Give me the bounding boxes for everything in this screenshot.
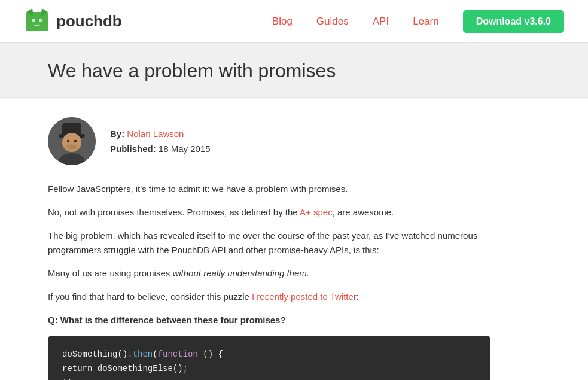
svg-rect-2 [26,12,48,31]
author-avatar [48,117,96,165]
author-published-line: Published: 18 May 2015 [110,141,211,157]
svg-point-12 [67,140,69,142]
a-plus-spec-link[interactable]: A+ spec [300,207,333,217]
logo-link[interactable]: pouchdb [24,8,122,35]
code-paren-open: () [117,349,127,359]
code-fn-1: doSomething [62,349,117,359]
article-para-2: No, not with promises themselves. Promis… [48,205,490,220]
author-name-link[interactable]: Nolan Lawson [127,129,184,139]
logo-wordmark: pouchdb [56,12,122,31]
main-nav: Blog Guides API Learn Download v3.6.0 [272,10,564,33]
para2-end: , are awesome. [333,207,394,217]
pouchdb-logo-icon [24,8,50,35]
svg-point-14 [66,144,78,150]
code-block: doSomething().then(function () { return … [48,336,490,380]
para4-start: Many of us are using promises [48,268,172,278]
title-band: We have a problem with promises [0,43,588,99]
article-para-4: Many of us are using promises without re… [48,266,490,281]
author-info: By: Nolan Lawson Published: 18 May 2015 [110,126,211,157]
code-line-1: doSomething().then(function () { [62,348,476,362]
article-para-6: Q: What is the difference between these … [48,313,490,328]
published-date: 18 May 2015 [159,144,211,154]
svg-point-5 [32,19,35,22]
site-header: pouchdb Blog Guides API Learn Download v… [0,0,588,43]
author-section: By: Nolan Lawson Published: 18 May 2015 [48,117,490,165]
code-keyword-function: function [158,349,198,359]
nav-guides[interactable]: Guides [316,16,349,28]
article-para-5: If you find that hard to believe, consid… [48,290,490,305]
article-para-3: The big problem, which has revealed itse… [48,229,490,259]
download-button[interactable]: Download v3.6.0 [463,10,564,33]
twitter-link[interactable]: I recently posted to Twitter [252,291,357,302]
code-paren-2: ( [153,349,157,359]
article-para-1: Fellow JavaScripters, it's time to admit… [48,182,490,197]
nav-api[interactable]: API [373,16,389,28]
code-line-2: return doSomethingElse(); [62,362,476,376]
para4-em: without really understanding them. [172,268,309,278]
page-title: We have a problem with promises [48,60,540,82]
para5-start: If you find that hard to believe, consid… [48,291,252,302]
code-return-line: return doSomethingElse(); [62,364,188,373]
main-content: By: Nolan Lawson Published: 18 May 2015 … [0,99,538,380]
nav-blog[interactable]: Blog [272,16,293,28]
published-label: Published: [110,144,156,154]
author-by-label: By: [110,129,124,139]
svg-point-13 [74,140,77,142]
code-method-then: .then [127,349,153,359]
author-by-line: By: Nolan Lawson [110,126,211,142]
code-rest: () { [198,349,223,359]
nav-learn[interactable]: Learn [413,16,438,28]
para5-end: : [357,291,359,302]
code-line-3: }); [62,376,476,380]
svg-point-6 [39,19,42,22]
para2-start: No, not with promises themselves. Promis… [48,207,300,217]
